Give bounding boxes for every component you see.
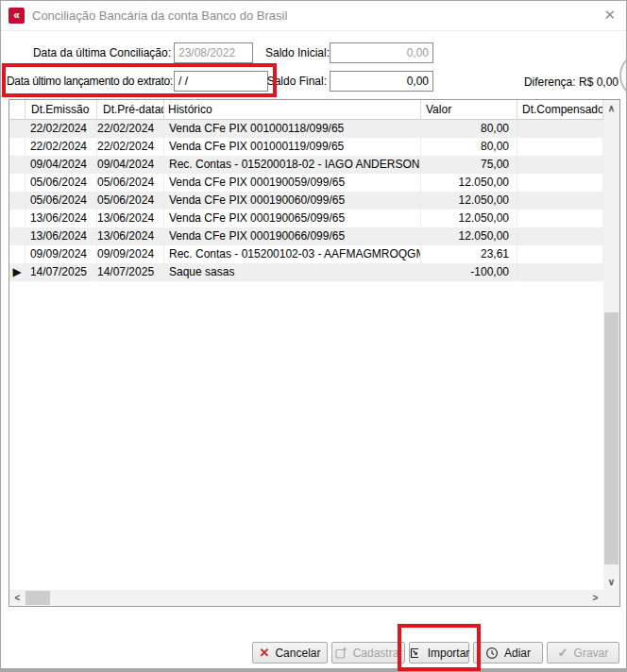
cell-valor: 80,00 — [421, 138, 517, 156]
grid-viewport: Dt.Emissão Dt.Pré-datado Histórico Valor… — [9, 100, 603, 590]
cell-predatado: 05/06/2024 — [97, 174, 164, 192]
cell-predatado: 05/06/2024 — [97, 192, 164, 210]
cell-predatado: 22/02/2024 — [97, 138, 164, 156]
cell-predatado: 13/06/2024 — [97, 227, 164, 245]
table-row[interactable]: 13/06/202413/06/2024Venda CFe PIX 000190… — [9, 227, 603, 245]
horizontal-scrollbar[interactable]: < > — [9, 590, 603, 606]
importar-button[interactable]: Importar — [409, 642, 469, 664]
cell-valor: -100,00 — [421, 263, 517, 281]
importar-label: Importar — [428, 647, 470, 660]
cell-valor: 75,00 — [421, 156, 517, 174]
cell-historico: Venda CFe PIX 000190066/099/65 — [164, 227, 421, 245]
scroll-down-icon[interactable]: ∨ — [603, 574, 619, 590]
window-title: Conciliação Bancária da conta Banco do B… — [32, 8, 287, 23]
cell-emissao: 22/02/2024 — [25, 138, 97, 156]
row-gutter — [9, 245, 25, 263]
cell-emissao: 09/09/2024 — [25, 245, 97, 263]
row-gutter — [9, 174, 25, 192]
footer-button-row: ✕ Cancelar Cadastrar Importar — [252, 642, 619, 664]
cell-compensado — [517, 138, 603, 156]
row-gutter — [9, 227, 25, 245]
grid-header-row: Dt.Emissão Dt.Pré-datado Histórico Valor… — [9, 100, 603, 120]
row-gutter — [9, 192, 25, 210]
cell-compensado — [517, 192, 603, 210]
cancelar-label: Cancelar — [275, 647, 320, 660]
vertical-scroll-thumb[interactable] — [604, 312, 619, 564]
adiar-button[interactable]: Adiar — [473, 642, 543, 664]
cell-historico: Venda CFe PIX 000190065/099/65 — [164, 210, 421, 227]
cell-compensado — [517, 156, 603, 174]
table-row[interactable]: ▶14/07/202514/07/2025Saque sasas-100,00 — [9, 263, 603, 281]
app-logo-icon: « — [8, 8, 25, 24]
cell-predatado: 14/07/2025 — [97, 263, 164, 281]
gravar-button[interactable]: ✓ Gravar — [547, 642, 619, 664]
cell-valor: 12.050,00 — [421, 192, 517, 210]
table-row[interactable]: 22/02/202422/02/2024Venda CFe PIX 001000… — [9, 138, 603, 156]
row-gutter — [9, 210, 25, 227]
cell-emissao: 13/06/2024 — [25, 227, 97, 245]
cell-historico: Saque sasas — [164, 263, 421, 281]
cell-historico: Venda CFe PIX 000190060/099/65 — [164, 192, 421, 210]
col-header-historico[interactable]: Histórico — [164, 100, 421, 119]
cell-emissao: 14/07/2025 — [25, 263, 97, 281]
col-header-compensado[interactable]: Dt.Compensado — [517, 100, 603, 119]
cell-historico: Venda CFe PIX 000190059/099/65 — [164, 174, 421, 192]
scrollbar-corner — [603, 590, 619, 606]
col-header-emissao[interactable]: Dt.Emissão — [25, 100, 97, 119]
window-bottom-edge — [1, 668, 626, 671]
ultimo-lancamento-field[interactable]: / / — [174, 71, 268, 92]
gutter-header — [9, 100, 25, 119]
horizontal-scroll-thumb[interactable] — [25, 591, 50, 605]
ultima-conciliacao-field[interactable]: 23/08/2022 — [174, 42, 253, 63]
table-row[interactable]: 05/06/202405/06/2024Venda CFe PIX 000190… — [9, 174, 603, 192]
row-gutter — [9, 120, 25, 138]
col-header-valor[interactable]: Valor — [421, 100, 517, 119]
clock-icon — [485, 647, 499, 660]
cell-compensado — [517, 210, 603, 227]
cancelar-button[interactable]: ✕ Cancelar — [252, 642, 328, 664]
table-row[interactable]: 22/02/202422/02/2024Venda CFe PIX 001000… — [9, 120, 603, 138]
adiar-label: Adiar — [504, 647, 531, 660]
cell-compensado — [517, 245, 603, 263]
cell-valor: 12.050,00 — [421, 210, 517, 227]
transactions-grid: Dt.Emissão Dt.Pré-datado Histórico Valor… — [8, 99, 620, 607]
cell-historico: Rec. Contas - 015200018-02 - IAGO ANDERS… — [164, 156, 421, 174]
saldo-inicial-field[interactable]: 0,00 — [330, 42, 433, 63]
table-row[interactable]: 09/09/202409/09/2024Rec. Contas - 015200… — [9, 245, 603, 263]
cell-compensado — [517, 174, 603, 192]
col-header-predatado[interactable]: Dt.Pré-datado — [97, 100, 164, 119]
cell-compensado — [517, 263, 603, 281]
ultima-conciliacao-label: Data da última Conciliação: — [8, 46, 171, 59]
diferenca-label: Diferença: R$ 0,00 — [524, 76, 619, 89]
close-icon[interactable]: ✕ — [603, 7, 616, 24]
cell-valor: 12.050,00 — [421, 227, 517, 245]
import-icon — [409, 647, 422, 660]
cell-emissao: 05/06/2024 — [25, 174, 97, 192]
vertical-scrollbar[interactable]: ∧ ∨ — [603, 100, 619, 590]
gravar-label: Gravar — [574, 647, 609, 660]
conciliacao-dialog: « Conciliação Bancária da conta Banco do… — [0, 0, 627, 672]
cell-emissao: 13/06/2024 — [25, 210, 97, 227]
table-row[interactable]: 05/06/202405/06/2024Venda CFe PIX 000190… — [9, 192, 603, 210]
table-row[interactable]: 13/06/202413/06/2024Venda CFe PIX 000190… — [9, 210, 603, 227]
saldo-final-label: Saldo Final: — [265, 75, 327, 88]
cadastrar-button[interactable]: Cadastrar — [331, 642, 405, 664]
saldo-final-field[interactable]: 0,00 — [330, 71, 433, 92]
cell-valor: 80,00 — [421, 120, 517, 138]
cell-predatado: 09/04/2024 — [97, 156, 164, 174]
cadastrar-label: Cadastrar — [353, 647, 403, 660]
add-record-icon — [334, 647, 347, 660]
cell-emissao: 22/02/2024 — [25, 120, 97, 138]
cell-emissao: 05/06/2024 — [25, 192, 97, 210]
cell-historico: Venda CFe PIX 001000119/099/65 — [164, 138, 421, 156]
table-row[interactable]: 09/04/202409/04/2024Rec. Contas - 015200… — [9, 156, 603, 174]
title-bar: « Conciliação Bancária da conta Banco do… — [1, 1, 626, 31]
ultimo-lancamento-label: Data último lançamento do extrato: — [7, 75, 171, 88]
row-gutter — [9, 156, 25, 174]
saldo-inicial-label: Saldo Inicial: — [265, 46, 327, 59]
scroll-left-icon[interactable]: < — [9, 590, 25, 606]
cell-historico: Rec. Contas - 015200102-03 - AAFMAGMROQG… — [164, 245, 421, 263]
cancel-x-icon: ✕ — [260, 646, 270, 660]
scroll-right-icon[interactable]: > — [587, 590, 603, 606]
scroll-up-icon[interactable]: ∧ — [603, 100, 619, 116]
